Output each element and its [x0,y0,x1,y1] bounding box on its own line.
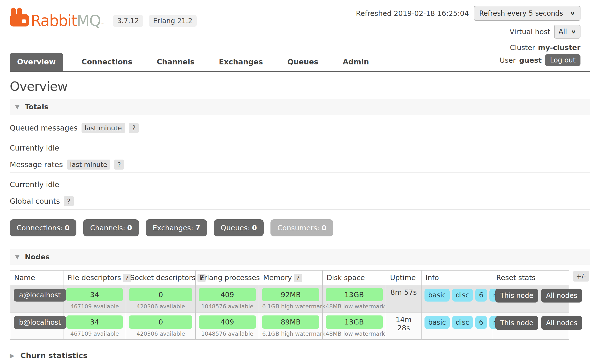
global-counts-label: Global counts [10,197,60,205]
erlang-processes-cell: 409 1048576 available [196,312,259,340]
node-name-badge[interactable]: b@localhost [14,316,66,329]
virtual-host-select[interactable]: All ∨ [554,25,580,39]
queues-count-button[interactable]: Queues:0 [214,219,264,236]
churn-statistics-section[interactable]: ▶ Churn statistics [10,351,590,360]
tab-overview[interactable]: Overview [10,53,63,71]
info-cell: basic disc 6 rss [421,312,492,340]
queued-messages-heading: Queued messages last minute ? [10,123,590,136]
connections-count-button[interactable]: Connections:0 [10,219,76,236]
col-socket-descriptors: Socket descriptors? [126,270,196,285]
file-descriptors-value: 34 [66,288,123,301]
totals-section-header[interactable]: ▼ Totals [10,99,590,115]
columns-plus-minus-button[interactable]: +/- [573,271,589,282]
queued-messages-label: Queued messages [10,124,78,132]
memory-value: 89MB [262,315,319,329]
refresh-interval-select[interactable]: Refresh every 5 seconds ∨ [474,6,580,21]
channels-count-button[interactable]: Channels:0 [83,219,139,236]
reset-buttons: This node All nodes [495,315,566,330]
exchanges-count-value: 7 [195,224,200,232]
totals-section-label: Totals [25,103,49,111]
queued-messages-mode-badge[interactable]: last minute [82,123,125,133]
trademark-symbol: ™ [101,22,104,27]
brand-rabbit: Rabbit [31,12,77,30]
col-file-descriptors-label: File descriptors [67,273,121,282]
rabbitmq-logo[interactable]: RabbitMQ™ [10,7,104,28]
logout-button[interactable]: Log out [545,54,580,66]
message-rates-status: Currently idle [10,180,590,189]
queued-messages-status: Currently idle [10,144,590,152]
page: RabbitMQ™ 3.7.12 Erlang 21.2 Refreshed 2… [0,0,600,364]
info-badge-basic[interactable]: basic [424,316,450,329]
col-disk-space: Disk space [322,270,386,285]
file-descriptors-available: 467109 available [66,331,123,337]
consumers-count-value: 0 [321,224,326,232]
virtual-host-label: Virtual host [510,28,550,36]
virtual-host-row: Virtual host All ∨ [356,25,580,39]
message-rates-help-icon[interactable]: ? [114,160,124,170]
reset-this-node-button[interactable]: This node [495,316,538,330]
file-descriptors-help-icon[interactable]: ? [123,274,131,282]
info-badge-plugin-count[interactable]: 6 [475,289,487,302]
memory-help-icon[interactable]: ? [294,274,302,282]
disk-space-value: 13GB [326,288,383,301]
col-memory: Memory? [259,270,322,285]
info-badge-plugin-count[interactable]: 6 [475,316,487,329]
queued-messages-help-icon[interactable]: ? [129,123,139,133]
info-badge-disc[interactable]: disc [452,316,473,329]
file-descriptors-available: 467109 available [66,303,123,310]
cluster-name: my-cluster [538,43,580,52]
tab-channels[interactable]: Channels [149,53,202,71]
triangle-down-icon: ▼ [15,254,20,260]
brand-mq: MQ [77,12,101,30]
col-info-label: Info [425,273,439,282]
socket-descriptors-cell: 0 420306 available [126,312,196,340]
message-rates-label: Message rates [10,160,63,169]
reset-all-nodes-button[interactable]: All nodes [541,289,582,303]
disk-space-cell: 13GB 48MB low watermark [322,312,386,340]
cluster-label: Cluster [510,43,535,52]
nodes-section-label: Nodes [25,253,50,261]
message-rates-mode-badge[interactable]: last minute [67,160,111,170]
node-name-badge[interactable]: a@localhost [14,289,66,302]
nodes-table-header-row: Name File descriptors? Socket descriptor… [10,270,569,285]
erlang-processes-available: 1048576 available [199,303,256,310]
queues-count-value: 0 [252,224,257,232]
version-badges: 3.7.12 Erlang 21.2 [113,15,197,28]
disk-space-value: 13GB [326,315,383,329]
node-name-cell: a@localhost [10,285,63,312]
user-name: guest [519,56,542,64]
info-badge-basic[interactable]: basic [424,289,450,302]
nodes-table: Name File descriptors? Socket descriptor… [10,270,569,340]
chevron-down-icon: ∨ [570,10,575,16]
nodes-section-header[interactable]: ▼ Nodes [10,249,590,265]
global-counts-heading: Global counts ? [10,196,590,210]
col-name: Name [10,270,63,285]
uptime-cell: 8m 57s [386,285,421,312]
brand-wordmark: RabbitMQ™ [31,13,104,28]
info-badge-disc[interactable]: disc [452,289,473,302]
info-badges: basic disc 6 rss [424,315,489,329]
churn-statistics-label: Churn statistics [20,351,87,360]
col-info: Info [421,270,492,285]
exchanges-count-button[interactable]: Exchanges:7 [146,219,207,236]
cluster-row: Cluster my-cluster [356,43,580,52]
uptime-cell: 14m 28s [386,312,421,340]
nodes-table-wrap: Name File descriptors? Socket descriptor… [10,270,590,340]
reset-stats-cell: This node All nodes [492,285,569,312]
tab-exchanges[interactable]: Exchanges [212,53,270,71]
col-disk-space-label: Disk space [327,273,365,282]
reset-this-node-button[interactable]: This node [495,289,538,303]
tab-queues[interactable]: Queues [280,53,326,71]
socket-descriptors-value: 0 [129,288,192,301]
triangle-down-icon: ▼ [15,104,20,110]
col-reset-stats-label: Reset stats [496,273,536,282]
col-uptime-label: Uptime [390,273,416,282]
col-name-label: Name [14,273,35,282]
node-row-b: b@localhost 34 467109 available 0 420306… [10,312,569,340]
tab-connections[interactable]: Connections [74,53,140,71]
col-socket-descriptors-label: Socket descriptors [130,273,196,282]
reset-all-nodes-button[interactable]: All nodes [541,316,582,330]
global-counts-help-icon[interactable]: ? [64,196,74,206]
erlang-version-badge: Erlang 21.2 [149,15,197,27]
page-title: Overview [10,79,590,94]
